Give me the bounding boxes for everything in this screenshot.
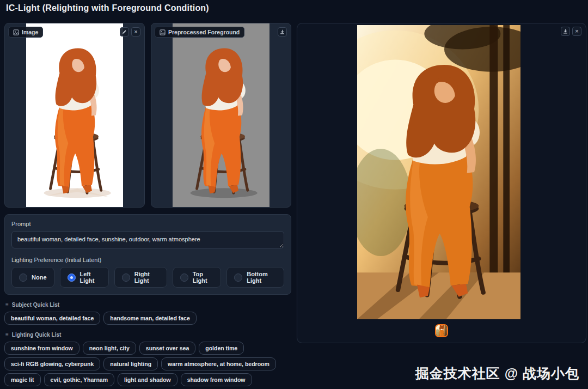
radio-label: Bottom Light bbox=[247, 271, 277, 284]
input-image-label-chip: Image bbox=[8, 27, 43, 38]
lighting-chip[interactable]: evil, gothic, Yharnam bbox=[44, 373, 114, 386]
input-image-actions: × bbox=[120, 27, 140, 37]
clear-image-button[interactable]: × bbox=[131, 27, 140, 37]
subject-quick-list: beautiful woman, detailed face handsome … bbox=[4, 312, 291, 325]
subject-quick-list-header: ≡ Subject Quick List bbox=[5, 302, 291, 308]
download-result-button[interactable] bbox=[561, 27, 570, 36]
foreground-label-chip: Preprocessed Foreground bbox=[155, 27, 244, 38]
subject-chip[interactable]: beautiful woman, detailed face bbox=[4, 312, 100, 325]
output-actions: × bbox=[561, 27, 581, 36]
lighting-quick-list-header: ≡ Lighting Quick List bbox=[5, 332, 291, 338]
foreground-label: Preprocessed Foreground bbox=[168, 29, 240, 35]
radio-dot bbox=[180, 273, 188, 282]
output-gallery-panel: × bbox=[297, 23, 586, 343]
lighting-chip[interactable]: sunset over sea bbox=[139, 342, 195, 355]
radio-dot bbox=[19, 273, 27, 282]
download-icon bbox=[563, 29, 568, 34]
download-icon bbox=[280, 29, 285, 34]
lighting-chip[interactable]: sci-fi RGB glowing, cyberpunk bbox=[4, 357, 100, 370]
lighting-chip[interactable]: magic lit bbox=[4, 373, 41, 386]
result-image[interactable] bbox=[357, 25, 520, 319]
prompt-group: Prompt beautiful woman, detailed face, s… bbox=[4, 214, 291, 295]
radio-dot bbox=[122, 273, 130, 282]
radio-label: None bbox=[32, 274, 47, 281]
lighting-quick-list-title: Lighting Quick List bbox=[12, 332, 62, 338]
lighting-chip[interactable]: golden time bbox=[199, 342, 244, 355]
page-title: IC-Light (Relighting with Foreground Con… bbox=[6, 3, 209, 13]
lighting-chip[interactable]: warm atmosphere, at home, bedroom bbox=[161, 357, 276, 370]
radio-dot bbox=[234, 273, 242, 282]
subject-chip[interactable]: handsome man, detailed face bbox=[103, 312, 196, 325]
edit-image-button[interactable] bbox=[120, 27, 129, 37]
close-result-button[interactable]: × bbox=[572, 27, 581, 36]
download-foreground-button[interactable] bbox=[278, 27, 287, 37]
input-image-panel[interactable]: Image × bbox=[4, 23, 145, 208]
input-image-label: Image bbox=[22, 29, 38, 35]
radio-label: Top Light bbox=[193, 271, 214, 284]
foreground-image bbox=[173, 23, 270, 207]
lighting-chip[interactable]: shadow from window bbox=[181, 373, 252, 386]
radio-right-light[interactable]: Right Light bbox=[114, 267, 167, 288]
input-image bbox=[26, 23, 123, 207]
watermark-text: 掘金技术社区 @ 战场小包 bbox=[415, 364, 579, 382]
prompt-label: Prompt bbox=[11, 221, 284, 227]
lighting-preference-label: Lighting Preference (Initial Latent) bbox=[11, 257, 284, 263]
lighting-chip[interactable]: light and shadow bbox=[118, 373, 177, 386]
lighting-preference-radios: None Left Light Right Light Top Light Bo… bbox=[11, 267, 284, 288]
lighting-chip[interactable]: sunshine from window bbox=[4, 342, 79, 355]
lighting-quick-list: sunshine from window neon light, city su… bbox=[4, 342, 291, 389]
close-icon: × bbox=[134, 29, 137, 35]
close-icon: × bbox=[575, 28, 578, 34]
radio-bottom-light[interactable]: Bottom Light bbox=[226, 267, 284, 288]
list-icon: ≡ bbox=[5, 332, 9, 338]
left-column: Image × Preprocesse bbox=[4, 23, 291, 389]
image-icon bbox=[160, 29, 166, 35]
gallery-thumbnail-selected[interactable] bbox=[435, 324, 448, 337]
list-icon: ≡ bbox=[5, 302, 9, 308]
radio-top-light[interactable]: Top Light bbox=[173, 267, 222, 288]
image-icon bbox=[13, 29, 19, 35]
radio-label: Right Light bbox=[134, 271, 160, 284]
prompt-input[interactable]: beautiful woman, detailed face, sunshine… bbox=[11, 231, 284, 248]
radio-none[interactable]: None bbox=[11, 267, 54, 288]
image-panels-row: Image × Preprocesse bbox=[4, 23, 291, 208]
gallery-thumbnails bbox=[297, 324, 586, 337]
pencil-icon bbox=[122, 29, 127, 34]
radio-left-light[interactable]: Left Light bbox=[60, 267, 109, 288]
lighting-chip[interactable]: neon light, city bbox=[83, 342, 136, 355]
subject-quick-list-title: Subject Quick List bbox=[12, 302, 59, 308]
lighting-chip[interactable]: natural lighting bbox=[103, 357, 158, 370]
foreground-actions bbox=[278, 27, 287, 37]
foreground-image-panel[interactable]: Preprocessed Foreground bbox=[151, 23, 291, 208]
radio-label: Left Light bbox=[80, 271, 101, 284]
radio-dot-selected bbox=[68, 273, 76, 282]
